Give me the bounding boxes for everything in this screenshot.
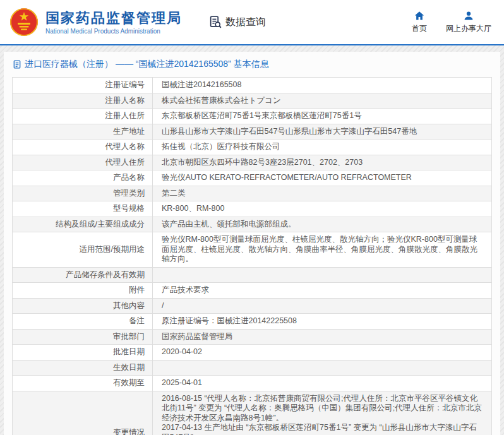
row-value: 2020-04-02 [153, 345, 492, 361]
org-names: 国家药品监督管理局 National Medical Products Admi… [45, 10, 182, 35]
org-name-en: National Medical Products Administration [45, 28, 182, 35]
row-label: 附件 [13, 283, 153, 299]
row-label: 审批部门 [13, 329, 153, 345]
row-label: 适用范围/预期用途 [13, 232, 153, 268]
table-row: 注册人住所 东京都板桥区莲沼町75番1号東京都板橋区蓮沼町75番1号 [13, 109, 492, 124]
row-label: 有效期至 [13, 376, 153, 391]
table-row: 生效日期 [13, 360, 492, 376]
table-row: 附件 产品技术要求 [13, 283, 492, 299]
row-value [153, 360, 492, 376]
table-row: 生产地址 山形县山形市大字漆山字石田547号山形県山形市大字漆山字石田547番地 [13, 124, 492, 140]
user-icon [463, 10, 474, 21]
row-label: 代理人住所 [13, 155, 153, 170]
info-table: 注册证编号 国械注进20142165508 注册人名称 株式会社拓普康株式会社ト… [12, 77, 492, 435]
nav-item-service-hall[interactable]: 网上办事大厅 [446, 10, 491, 34]
data-query-icon [208, 15, 222, 29]
site-header: 国家药品监督管理局 National Medical Products Admi… [0, 0, 504, 45]
row-value: 验光仪AUTO KERATO-REFRACTOMETER/AUTO REFRAC… [153, 170, 492, 186]
row-value: 2025-04-01 [153, 376, 492, 391]
row-value: KR-800、RM-800 [153, 201, 492, 217]
row-value: 2016-08-15 “代理人名称：北京拓普康商贸有限公司;代理人住所：北京市平… [153, 391, 492, 435]
row-value [153, 267, 492, 283]
data-query-section[interactable]: 数据查询 [208, 15, 266, 29]
row-value: / [153, 298, 492, 314]
row-label: 变更情况 [13, 391, 153, 435]
table-row: 批准日期 2020-04-02 [13, 345, 492, 361]
table-row: 产品名称 验光仪AUTO KERATO-REFRACTOMETER/AUTO R… [13, 170, 492, 186]
row-value: 东京都板桥区莲沼町75番1号東京都板橋区蓮沼町75番1号 [153, 109, 492, 124]
national-emblem-icon [9, 7, 39, 37]
top-nav: 首页 网上办事大厅 [412, 10, 491, 34]
row-label: 注册人住所 [13, 109, 153, 124]
table-row: 代理人名称 拓佳视（北京）医疗科技有限公司 [13, 140, 492, 155]
row-label: 备注 [13, 314, 153, 330]
row-value: 产品技术要求 [153, 283, 492, 299]
document-icon [13, 60, 21, 69]
row-value: 国械注进20142165508 [153, 78, 492, 93]
data-query-label: 数据查询 [225, 16, 266, 29]
nav-label-service-hall: 网上办事大厅 [446, 23, 491, 34]
row-value: 拓佳视（北京）医疗科技有限公司 [153, 140, 492, 155]
page-title: 进口医疗器械（注册） —— “国械注进20142165508” 基本信息 [4, 52, 500, 76]
page-title-text: 进口医疗器械（注册） —— “国械注进20142165508” 基本信息 [25, 59, 269, 70]
row-value: 国家药品监督管理局 [153, 329, 492, 345]
nav-item-home[interactable]: 首页 [412, 10, 427, 34]
table-row: 产品储存条件及有效期 [13, 267, 492, 283]
table-row: 变更情况 2016-08-15 “代理人名称：北京拓普康商贸有限公司;代理人住所… [13, 391, 492, 435]
table-row: 适用范围/预期用途 验光仪RM-800型可测量球面屈光度、柱镜屈光度、散光轴方向… [13, 232, 492, 268]
row-label: 生产地址 [13, 124, 153, 140]
table-row: 结构及组成/主要组成成分 该产品由主机、颌托部和电源部组成。 [13, 217, 492, 232]
table-row: 注册人名称 株式会社拓普康株式会社トプコン [13, 93, 492, 109]
row-label: 批准日期 [13, 345, 153, 361]
row-value: 验光仪RM-800型可测量球面屈光度、柱镜屈光度、散光轴方向；验光仪KR-800… [153, 232, 492, 268]
row-label: 注册人名称 [13, 93, 153, 109]
table-row: 代理人住所 北京市朝阳区东四环中路82号3座23层2701、2702、2703 [13, 155, 492, 170]
row-label: 代理人名称 [13, 140, 153, 155]
row-label: 注册证编号 [13, 78, 153, 93]
row-value: 北京市朝阳区东四环中路82号3座23层2701、2702、2703 [153, 155, 492, 170]
row-label: 结构及组成/主要组成成分 [13, 217, 153, 232]
row-label: 产品储存条件及有效期 [13, 267, 153, 283]
table-row: 管理类别 第二类 [13, 186, 492, 201]
nav-label-home: 首页 [412, 23, 427, 34]
row-value: 第二类 [153, 186, 492, 201]
table-row: 注册证编号 国械注进20142165508 [13, 78, 492, 93]
home-icon [414, 10, 425, 21]
row-value: 该产品由主机、颌托部和电源部组成。 [153, 217, 492, 232]
row-label: 产品名称 [13, 170, 153, 186]
table-row: 备注 原注册证编号：国械注进20142225508 [13, 314, 492, 330]
row-label: 其他内容 [13, 298, 153, 314]
row-label: 生效日期 [13, 360, 153, 376]
org-name-cn: 国家药品监督管理局 [45, 10, 182, 27]
table-row: 审批部门 国家药品监督管理局 [13, 329, 492, 345]
info-table-body: 注册证编号 国械注进20142165508 注册人名称 株式会社拓普康株式会社ト… [13, 78, 492, 435]
table-row: 其他内容 / [13, 298, 492, 314]
row-label: 管理类别 [13, 186, 153, 201]
table-row: 有效期至 2025-04-01 [13, 376, 492, 391]
row-value: 株式会社拓普康株式会社トプコン [153, 93, 492, 109]
row-value: 山形县山形市大字漆山字石田547号山形県山形市大字漆山字石田547番地 [153, 124, 492, 140]
row-value: 原注册证编号：国械注进20142225508 [153, 314, 492, 330]
site-logo[interactable]: 国家药品监督管理局 National Medical Products Admi… [9, 7, 182, 37]
table-row: 型号规格 KR-800、RM-800 [13, 201, 492, 217]
content-panel: 进口医疗器械（注册） —— “国械注进20142165508” 基本信息 注册证… [4, 52, 500, 435]
row-label: 型号规格 [13, 201, 153, 217]
